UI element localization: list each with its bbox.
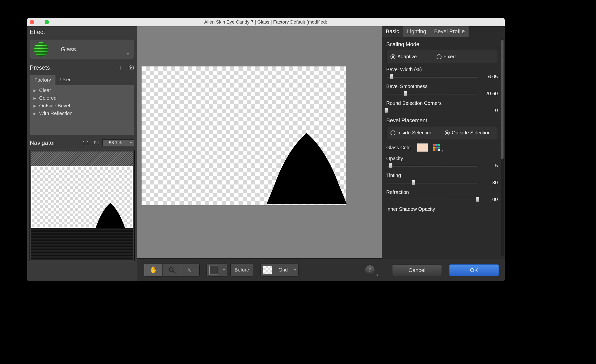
bevel-inside-radio[interactable]: Inside Selection <box>390 130 432 136</box>
help-button[interactable]: ? <box>365 265 375 275</box>
round-corners-value: 0 <box>482 108 498 113</box>
footer: Cancel OK <box>382 259 505 281</box>
bottom-toolbar: ✋ ▼ Before <box>137 258 382 281</box>
glass-icon <box>34 42 48 57</box>
preset-item-with-reflection[interactable]: ▶With Reflection <box>30 110 134 117</box>
svg-rect-5 <box>433 147 435 149</box>
svg-rect-10 <box>438 149 440 151</box>
tinting-slider[interactable] <box>386 182 477 183</box>
tab-lighting[interactable]: Lighting <box>403 26 430 37</box>
glass-color-label: Glass Color <box>386 145 412 151</box>
preset-tab-user[interactable]: User <box>56 75 75 85</box>
cancel-button[interactable]: Cancel <box>392 264 442 276</box>
tinting-value: 30 <box>482 180 498 185</box>
titlebar: Alien Skin Eye Candy 7 | Glass | Factory… <box>27 18 505 26</box>
bevel-smoothness-param: Bevel Smoothness 20.60 <box>386 84 498 96</box>
inner-shadow-param: Inner Shadow Opacity <box>386 206 498 212</box>
bevel-width-slider[interactable] <box>386 76 477 78</box>
zoom-tool-button[interactable] <box>163 264 181 276</box>
svg-rect-7 <box>438 147 440 149</box>
bevel-outside-radio[interactable]: Outside Selection <box>445 130 491 136</box>
zoom-fit-button[interactable]: Fit <box>94 140 99 146</box>
tool-group: ✋ <box>144 264 200 276</box>
navigator-preview[interactable] <box>29 150 135 261</box>
presets-header: Presets ＋ <box>27 62 137 73</box>
zoom-dropdown[interactable]: ▼ <box>128 139 134 146</box>
zoom-1to1-button[interactable]: 1:1 <box>83 140 89 146</box>
tinting-param: Tinting 30 <box>386 173 498 185</box>
bevel-smoothness-value: 20.60 <box>482 91 498 96</box>
glass-color-swatch[interactable] <box>417 143 428 152</box>
grid-icon <box>263 266 272 274</box>
parameter-tabs: Basic Lighting Bevel Profile <box>382 26 505 37</box>
chevron-down-icon: ▼ <box>376 273 379 277</box>
refraction-slider[interactable] <box>386 199 477 200</box>
bevel-smoothness-slider[interactable] <box>386 93 477 94</box>
svg-point-0 <box>169 268 173 271</box>
bevel-placement-title: Bevel Placement <box>386 117 498 124</box>
window-title: Alien Skin Eye Candy 7 | Glass | Factory… <box>27 19 505 25</box>
opacity-value: 5 <box>482 163 498 169</box>
zoom-level[interactable]: 58.7% <box>102 139 128 146</box>
nav-interlace <box>31 228 133 260</box>
parameters-scroll[interactable]: Scaling Mode Adaptive Fixed Bevel Width … <box>382 37 505 259</box>
tab-basic[interactable]: Basic <box>382 26 403 37</box>
canvas-shape <box>267 128 347 204</box>
chevron-down-icon: ▼ <box>292 264 298 276</box>
tab-bevel-profile[interactable]: Bevel Profile <box>430 26 469 37</box>
svg-line-1 <box>173 271 175 273</box>
app-window: Alien Skin Eye Candy 7 | Glass | Factory… <box>27 18 505 281</box>
color-picker-button[interactable]: ▼ <box>433 144 440 151</box>
refraction-value: 100 <box>482 197 498 202</box>
round-corners-slider[interactable] <box>386 110 477 111</box>
chevron-down-icon: ▼ <box>126 52 130 56</box>
preset-tabs: Factory User <box>30 75 134 85</box>
glass-color-row: Glass Color ▼ <box>386 143 498 152</box>
bevel-placement-group: Inside Selection Outside Selection <box>386 126 498 139</box>
preset-list: ▶Clear ▶Colored ▶Outside Bevel ▶With Ref… <box>30 85 134 135</box>
scaling-adaptive-radio[interactable]: Adaptive <box>390 54 417 60</box>
add-preset-button[interactable]: ＋ <box>118 64 124 72</box>
hand-tool-button[interactable]: ✋ <box>144 264 163 276</box>
center-panel: ✋ ▼ Before <box>137 26 382 281</box>
effect-header: Effect <box>27 26 137 38</box>
preset-tab-factory[interactable]: Factory <box>30 75 56 85</box>
scaling-mode-title: Scaling Mode <box>386 41 498 48</box>
effect-name: Glass <box>61 46 76 53</box>
chevron-down-icon: ▼ <box>441 149 444 152</box>
opacity-param: Opacity 5 <box>386 156 498 169</box>
preset-item-outside-bevel[interactable]: ▶Outside Bevel <box>30 102 134 110</box>
svg-rect-2 <box>433 144 435 146</box>
ok-button[interactable]: OK <box>449 264 499 276</box>
preset-item-colored[interactable]: ▶Colored <box>30 94 134 102</box>
scaling-fixed-radio[interactable]: Fixed <box>437 54 456 60</box>
canvas-wrap[interactable] <box>137 26 382 258</box>
navigator-header: Navigator 1:1 Fit 58.7% ▼ <box>27 137 137 148</box>
preview-mode-button[interactable]: ▼ <box>207 264 227 276</box>
svg-rect-8 <box>433 149 435 151</box>
svg-rect-9 <box>435 149 438 151</box>
before-button[interactable]: Before <box>230 264 253 276</box>
background-button[interactable]: Grid ▼ <box>260 264 298 276</box>
canvas <box>142 66 346 205</box>
square-outline-icon <box>209 266 218 274</box>
preset-item-clear[interactable]: ▶Clear <box>30 87 134 94</box>
bevel-width-value: 6.05 <box>482 74 498 80</box>
svg-rect-6 <box>435 147 438 149</box>
svg-rect-4 <box>438 144 440 146</box>
nav-hatch <box>31 152 133 166</box>
scrollbar[interactable] <box>501 39 504 256</box>
bevel-width-param: Bevel Width (%) 6.05 <box>386 67 498 80</box>
effect-selector[interactable]: Glass ▼ <box>30 40 134 59</box>
pointer-tool-button[interactable] <box>181 264 199 276</box>
scaling-mode-group: Adaptive Fixed <box>386 50 498 63</box>
svg-rect-3 <box>435 144 438 146</box>
home-preset-button[interactable] <box>128 64 134 71</box>
right-panel: Basic Lighting Bevel Profile Scaling Mod… <box>382 26 505 281</box>
round-corners-param: Round Selection Corners 0 <box>386 100 498 113</box>
opacity-slider[interactable] <box>386 165 477 167</box>
refraction-param: Refraction 100 <box>386 189 498 202</box>
chevron-down-icon: ▼ <box>221 264 227 276</box>
left-panel: Effect Glass ▼ Presets ＋ Factory User ▶C <box>27 26 137 281</box>
